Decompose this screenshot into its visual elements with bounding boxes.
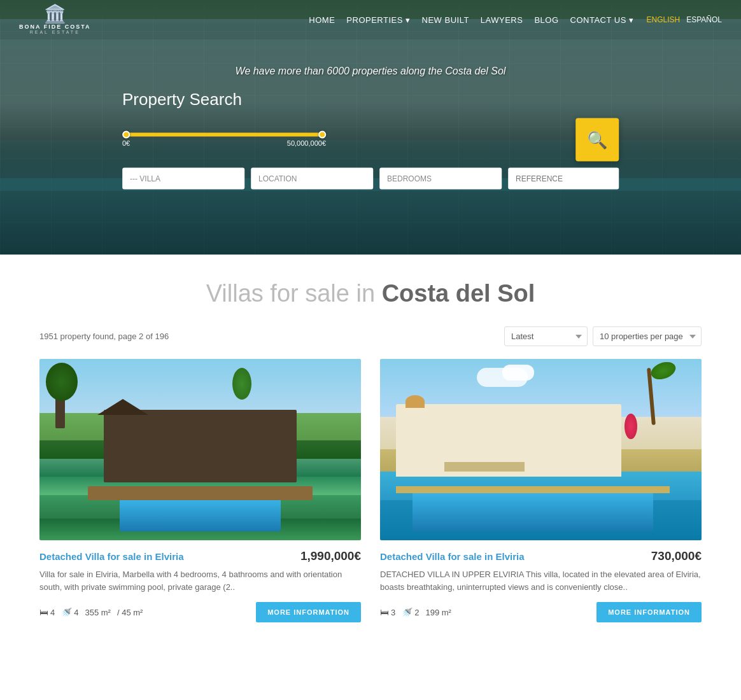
bed-icon-2: 🛏 [380,607,389,617]
sort-controls: Latest Price (low-high) Price (high-low)… [504,326,702,346]
navbar: 🏛️ BONA FIDE COSTA REAL ESTATE HOME PROP… [0,0,741,255]
bedrooms-1: 🛏 4 [39,607,55,617]
page-title: Villas for sale in Costa del Sol [39,280,702,307]
bathrooms-1: 🚿 4 [61,607,78,617]
logo[interactable]: 🏛️ BONA FIDE COSTA REAL ESTATE [19,5,91,34]
price-slider-container[interactable]: 0€ 50,000,000€ [122,133,326,147]
per-page-select[interactable]: 10 properties per page 20 properties per… [593,326,702,346]
area-1: 355 m² [85,608,110,617]
nav-item-new-built[interactable]: NEW BUILT [422,14,469,25]
bath-icon-1: 🚿 [61,607,72,617]
range-thumb-right[interactable] [318,131,326,139]
bed-icon-1: 🛏 [39,607,48,617]
property-info-2: Detached Villa for sale in Elviria 730,0… [380,549,702,622]
property-meta-1: 🛏 4 🚿 4 355 m² / 45 m² MORE INFORMATION [39,602,361,622]
range-thumb-left[interactable] [122,131,130,139]
more-info-button-1[interactable]: MORE INFORMATION [256,602,361,622]
bath-icon-2: 🚿 [402,607,413,617]
results-bar: 1951 property found, page 2 of 196 Lates… [39,320,702,346]
search-icon: 🔍 [587,130,607,150]
nav-item-contact[interactable]: CONTACT US ▾ [570,14,634,25]
nav-item-blog[interactable]: BLOG [534,14,558,25]
search-title: Property Search [122,90,242,109]
property-price-2: 730,000€ [651,549,702,563]
lang-espanol[interactable]: ESPAÑOL [686,15,722,24]
navigation: 🏛️ BONA FIDE COSTA REAL ESTATE HOME PROP… [0,0,741,39]
property-info-1: Detached Villa for sale in Elviria 1,990… [39,549,361,622]
property-description-2: DETACHED VILLA IN UPPER ELVIRIA This vil… [380,568,702,593]
search-filters: --- VILLAApartmentPenthouseTownhouseStud… [122,168,619,190]
more-info-button-2[interactable]: MORE INFORMATION [596,602,702,622]
nav-item-properties[interactable]: PROPERTIES ▾ [346,14,410,25]
price-max-label: 50,000,000€ [287,139,326,147]
nav-links: HOME PROPERTIES ▾ NEW BUILT LAWYERS BLOG… [309,14,633,25]
nav-item-home[interactable]: HOME [309,14,335,25]
property-card-1: Detached Villa for sale in Elviria 1,990… [39,359,361,622]
price-range-row: 0€ 50,000,000€ 🔍 [122,118,619,162]
bathrooms-2: 🚿 2 [402,607,419,617]
bedrooms-select[interactable]: BEDROOMS12345+ [379,168,502,190]
hero-tagline: We have more than 6000 properties along … [37,66,704,77]
property-price-1: 1,990,000€ [300,549,361,563]
location-select[interactable]: LOCATIONMarbellaElviriaEsteponaBenahavis [251,168,373,190]
reference-input[interactable] [508,168,619,190]
lang-english[interactable]: ENGLISH [647,15,681,24]
area-2: 199 m² [425,608,451,617]
plot-1: / 45 m² [117,608,143,617]
property-description-1: Villa for sale in Elviria, Marbella with… [39,568,361,593]
property-title-2[interactable]: Detached Villa for sale in Elviria [380,551,525,562]
bedrooms-2: 🛏 3 [380,607,395,617]
main-content: Villas for sale in Costa del Sol 1951 pr… [20,255,721,622]
logo-name: BONA FIDE COSTA [19,24,91,30]
logo-tagline: REAL ESTATE [30,30,80,34]
page-title-section: Villas for sale in Costa del Sol [39,255,702,320]
nav-item-lawyers[interactable]: LAWYERS [481,14,523,25]
property-card-2: Detached Villa for sale in Elviria 730,0… [380,359,702,622]
hero-content: We have more than 6000 properties along … [37,66,704,190]
price-min-label: 0€ [122,139,130,147]
results-count: 1951 property found, page 2 of 196 [39,332,169,341]
property-meta-2: 🛏 3 🚿 2 199 m² MORE INFORMATION [380,602,702,622]
logo-emblem: 🏛️ [44,5,66,23]
sort-select[interactable]: Latest Price (low-high) Price (high-low)… [504,326,588,346]
property-image-2[interactable] [380,359,702,540]
property-type-select[interactable]: --- VILLAApartmentPenthouseTownhouseStud… [122,168,244,190]
language-switcher: ENGLISH ESPAÑOL [647,15,723,24]
property-title-1[interactable]: Detached Villa for sale in Elviria [39,551,184,562]
property-image-1[interactable] [39,359,361,540]
property-grid: Detached Villa for sale in Elviria 1,990… [39,359,702,622]
search-button[interactable]: 🔍 [575,118,619,162]
